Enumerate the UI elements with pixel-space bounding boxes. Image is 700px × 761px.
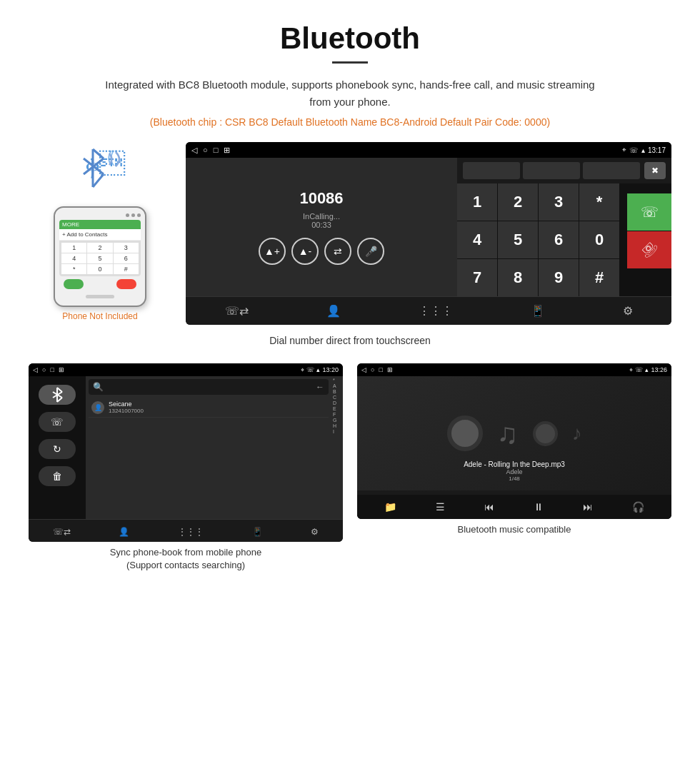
pb-call-btn[interactable]: ☏	[39, 412, 76, 432]
key-4[interactable]: 4	[457, 221, 497, 258]
phone-key-3[interactable]: 3	[114, 243, 139, 253]
accept-call-button[interactable]: ☏	[627, 193, 671, 231]
phone-key-9[interactable]: #	[114, 264, 139, 274]
pb-bottom-bar: ☏⇄ 👤 ⋮⋮⋮ 📱 ⚙	[29, 519, 343, 542]
music-clock: 13:26	[651, 366, 667, 374]
pb-alpha-g[interactable]: G	[333, 418, 341, 423]
phone-key-7[interactable]: *	[61, 264, 86, 274]
key-0[interactable]: 0	[579, 221, 619, 258]
contact-avatar: 👤	[91, 401, 104, 414]
pb-back-icon[interactable]: ◁	[33, 366, 38, 373]
clock: 13:17	[648, 146, 666, 154]
call-action-buttons: ☏ ☏	[627, 193, 671, 268]
phone-key-4[interactable]: 4	[61, 253, 86, 263]
music-folder-icon[interactable]: 📁	[384, 501, 396, 513]
phone-not-included-label: Phone Not Included	[62, 311, 137, 321]
pb-alpha-c[interactable]: C	[333, 395, 341, 400]
messages-tab-icon[interactable]: 📱	[531, 304, 545, 318]
key-9[interactable]: 9	[539, 259, 579, 296]
pb-home-icon[interactable]: ○	[42, 366, 46, 373]
pb-alpha-a[interactable]: A	[333, 383, 341, 388]
phone-add-contact: + Add to Contacts	[59, 229, 141, 241]
pb-bluetooth-btn[interactable]	[39, 385, 76, 405]
contacts-tab-icon[interactable]: 👤	[326, 304, 341, 318]
pb-messages-icon[interactable]: 📱	[252, 527, 263, 535]
pb-alpha-i[interactable]: I	[333, 429, 341, 434]
music-recents-icon[interactable]: □	[379, 366, 382, 373]
pb-alpha-h[interactable]: H	[333, 423, 341, 428]
music-eq-icon[interactable]: 🎧	[632, 501, 644, 513]
phone-key-5[interactable]: 5	[87, 253, 112, 263]
pb-alphabet-index: * A B C D E F G H I	[331, 376, 343, 519]
music-back-icon[interactable]: ◁	[361, 366, 366, 373]
end-call-button[interactable]: ☏	[627, 231, 671, 268]
pb-apps-icon[interactable]: ⊞	[59, 366, 64, 373]
pb-delete-btn[interactable]: 🗑	[39, 466, 76, 486]
music-playlist-icon[interactable]: ☰	[436, 501, 445, 513]
pb-contact-item[interactable]: 👤 Seicane 13241007000	[89, 398, 329, 418]
music-disc-main	[447, 415, 483, 451]
key-8[interactable]: 8	[498, 259, 538, 296]
pb-alpha-d[interactable]: D	[333, 400, 341, 405]
home-icon[interactable]: ○	[203, 146, 208, 155]
pb-recents-icon[interactable]: □	[50, 366, 54, 373]
pb-alpha-b[interactable]: B	[333, 389, 341, 394]
music-screen-wrap: ◁ ○ □ ⊞ ⌖ ☏ ▴ 13:26 ♫	[357, 363, 671, 572]
key-6[interactable]: 6	[539, 221, 579, 258]
back-icon[interactable]: ◁	[191, 146, 197, 155]
music-home-icon[interactable]: ○	[371, 366, 374, 373]
phone-menu-label: MORE	[62, 221, 79, 228]
pb-back-arrow-icon[interactable]: ←	[316, 382, 324, 392]
key-2[interactable]: 2	[498, 183, 538, 221]
phone-key-2[interactable]: 2	[87, 243, 112, 253]
pb-calls-icon[interactable]: ☏⇄	[53, 527, 71, 535]
music-prev-icon[interactable]: ⏮	[484, 501, 494, 513]
phone-call-button[interactable]	[64, 279, 84, 289]
intro-text: Integrated with BC8 Bluetooth module, su…	[100, 76, 600, 111]
dial-controls: ▲+ ▲- ⇄ 🎤	[259, 238, 384, 265]
pb-status-icons: ⌖ ☏ ▴ 13:20	[301, 366, 339, 374]
music-track: 1/48	[357, 475, 671, 482]
phone-end-button[interactable]	[116, 279, 136, 289]
settings-tab-icon[interactable]: ⚙	[623, 304, 633, 318]
contact-details: Seicane 13241007000	[109, 400, 144, 414]
key-3[interactable]: 3	[539, 183, 579, 221]
pb-alpha-e[interactable]: E	[333, 406, 341, 411]
key-hash[interactable]: #	[579, 259, 619, 296]
phone-keypad: 1 2 3 4 5 6 * 0 #	[59, 241, 141, 276]
pb-dialpad-icon[interactable]: ⋮⋮⋮	[178, 527, 204, 535]
music-apps-icon[interactable]: ⊞	[387, 366, 393, 373]
pb-contacts-icon[interactable]: 👤	[119, 527, 129, 535]
vol-up-button[interactable]: ▲+	[259, 238, 286, 265]
pb-location-icon: ⌖	[301, 366, 304, 374]
phone-top-bar	[59, 213, 141, 217]
music-next-icon[interactable]: ⏭	[583, 501, 593, 513]
music-play-pause-icon[interactable]: ⏸	[534, 501, 544, 513]
apps-icon[interactable]: ⊞	[224, 146, 230, 155]
pb-sync-btn[interactable]: ↻	[39, 439, 76, 459]
pb-contact-list: 🔍 ← 👤 Seicane 13241007000	[86, 376, 331, 519]
music-note-sm-icon: ♪	[572, 422, 582, 445]
switch-button[interactable]: ⇄	[324, 238, 351, 265]
calls-tab-icon[interactable]: ☏⇄	[225, 304, 249, 318]
phone-key-1[interactable]: 1	[61, 243, 86, 253]
dial-bottom-bar: ☏⇄ 👤 ⋮⋮⋮ 📱 ⚙	[186, 296, 671, 325]
pb-search-input[interactable]	[106, 382, 313, 392]
backspace-button[interactable]: ✖	[644, 162, 666, 179]
pb-alpha-star[interactable]: *	[333, 378, 341, 383]
keypad-input-row: ✖	[457, 158, 671, 183]
phone-key-6[interactable]: 6	[114, 253, 139, 263]
dialpad-tab-icon[interactable]: ⋮⋮⋮	[419, 304, 453, 318]
phone-key-8[interactable]: 0	[87, 264, 112, 274]
mute-button[interactable]: 🎤	[357, 238, 384, 265]
phonebook-layout: ☏ ↻ 🗑 🔍	[29, 376, 343, 519]
key-7[interactable]: 7	[457, 259, 497, 296]
pb-search-icon: 🔍	[93, 382, 104, 392]
pb-settings-icon[interactable]: ⚙	[311, 527, 319, 535]
key-star[interactable]: *	[579, 183, 619, 221]
pb-alpha-f[interactable]: F	[333, 412, 341, 417]
vol-down-button[interactable]: ▲-	[291, 238, 319, 265]
recents-icon[interactable]: □	[214, 146, 219, 155]
key-1[interactable]: 1	[457, 183, 497, 221]
key-5[interactable]: 5	[498, 221, 538, 258]
